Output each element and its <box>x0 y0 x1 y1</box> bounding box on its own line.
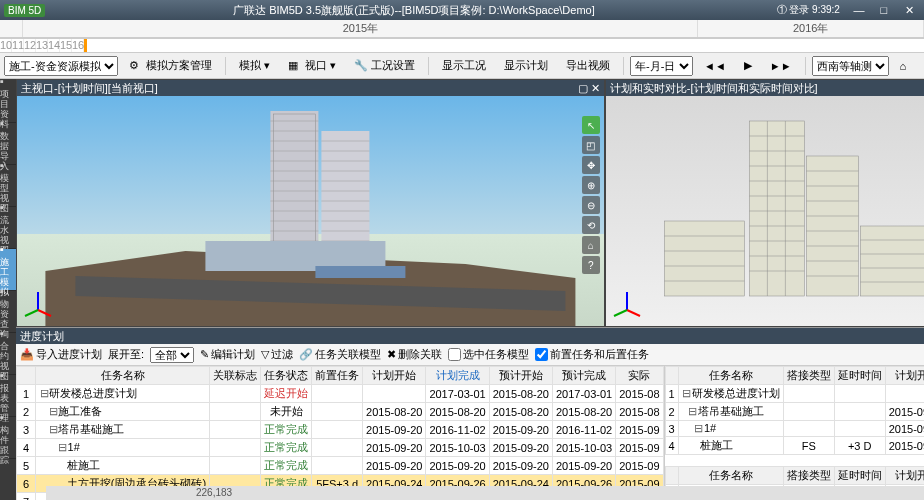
window-buttons: — □ ✕ <box>848 4 920 17</box>
assoc-model-button[interactable]: 🔗任务关联模型 <box>299 347 381 362</box>
table-row[interactable]: 4 ⊟1#正常完成2015-09-202015-10-032015-09-202… <box>17 439 664 457</box>
gear-icon: ⚙ <box>129 59 143 73</box>
axis-gizmo-icon <box>23 290 53 320</box>
pre-post-task-checkbox[interactable]: 前置任务和后置任务 <box>535 347 649 362</box>
table-row[interactable]: 1⊟研发楼总进度计划2017-03-01 <box>665 385 924 403</box>
viewport-button[interactable]: ▦视口▾ <box>281 55 343 76</box>
building-render-main <box>17 96 604 326</box>
table-row[interactable]: 3 ⊟塔吊基础施工正常完成2015-09-202016-11-022015-09… <box>17 421 664 439</box>
main-schedule-grid[interactable]: 任务名称关联标志任务状态前置任务计划开始计划完成预计开始预计完成实际1⊟研发楼总… <box>16 366 664 500</box>
svg-rect-49 <box>806 156 858 296</box>
play-button[interactable]: ▶ <box>737 56 759 75</box>
sidebar-icon: ▪ <box>0 75 16 87</box>
sidebar-icon: ▪ <box>0 159 16 171</box>
timeline-day: 12 <box>24 39 36 52</box>
import-schedule-button[interactable]: 📥导入进度计划 <box>20 347 102 362</box>
timeline-day: 11 <box>12 39 24 52</box>
sim-button[interactable]: 模拟▾ <box>232 55 277 76</box>
export-video-button[interactable]: 导出视频 <box>559 55 617 76</box>
wrench-icon: 🔧 <box>354 59 368 73</box>
view-angle-select[interactable]: 西南等轴测 <box>812 56 889 76</box>
expand-label: 展开至: <box>108 347 144 362</box>
sidebar-label: 构件跟踪 <box>0 425 16 465</box>
close-button[interactable]: ✕ <box>898 4 920 17</box>
sidebar-icon: ▪ <box>0 117 16 129</box>
import-icon: 📥 <box>20 348 34 361</box>
sidebar-icon: ▪ <box>0 411 16 423</box>
prev-button[interactable]: ◄◄ <box>697 57 733 75</box>
timeline-day: 16 <box>72 39 84 52</box>
timeline-day: 13 <box>36 39 48 52</box>
schedule-toolbar: 📥导入进度计划 展开至: 全部 ✎编辑计划 ▽过滤 🔗任务关联模型 ✖删除关联 … <box>16 344 924 366</box>
viewport-tool-button[interactable]: ◰ <box>582 136 600 154</box>
timeline-year: 2015年 <box>23 20 698 37</box>
main-viewport[interactable]: 主视口-[计划时间][当前视口]▢ ✕ ↖◰✥⊕⊖⟲⌂? <box>17 80 604 326</box>
sim-settings-button[interactable]: 🔧工况设置 <box>347 55 422 76</box>
viewport-tool-button[interactable]: ⊖ <box>582 196 600 214</box>
svg-rect-58 <box>664 221 744 296</box>
timeline-day: 14 <box>48 39 60 52</box>
svg-line-70 <box>614 310 627 316</box>
svg-rect-36 <box>749 121 804 296</box>
maximize-button[interactable]: □ <box>873 4 895 16</box>
schedule-pane: 进度计划▢ ✕ 📥导入进度计划 展开至: 全部 ✎编辑计划 ▽过滤 🔗任务关联模… <box>16 327 924 500</box>
show-condition-button[interactable]: 显示工况 <box>435 55 493 76</box>
svg-line-35 <box>25 310 38 316</box>
svg-rect-63 <box>860 226 924 296</box>
show-plan-button[interactable]: 显示计划 <box>497 55 555 76</box>
viewport-tool-button[interactable]: ↖ <box>582 116 600 134</box>
edit-icon: ✎ <box>200 348 209 361</box>
axis-gizmo-icon <box>612 290 642 320</box>
link-icon: 🔗 <box>299 348 313 361</box>
viewport-tool-button[interactable]: ⊕ <box>582 176 600 194</box>
timeline-months <box>0 38 924 39</box>
next-button[interactable]: ►► <box>763 57 799 75</box>
home-view-button[interactable]: ⌂ <box>893 57 914 75</box>
filter-icon: ▽ <box>261 348 269 361</box>
filter-button[interactable]: ▽过滤 <box>261 347 293 362</box>
viewport-tool-button[interactable]: ⌂ <box>582 236 600 254</box>
table-row[interactable]: 5 桩施工正常完成2015-09-202015-09-202015-09-202… <box>17 457 664 475</box>
pane-title: 进度计划▢ ✕ <box>16 328 924 344</box>
sidebar-icon: ▪ <box>0 201 16 213</box>
compare-viewport[interactable]: 计划和实时对比-[计划时间和实际时间对比]▢ ✕ ↖◰✥⊕⊖⟲⌂? <box>606 80 924 326</box>
sidebar-icon: ▪ <box>0 243 16 255</box>
svg-line-34 <box>38 310 51 316</box>
sidebar-icon: ▪ <box>0 369 16 381</box>
delete-assoc-button[interactable]: ✖删除关联 <box>387 347 442 362</box>
table-row[interactable]: 4 桩施工FS+3 D2015-09-202015-09-20 <box>665 437 924 455</box>
sidebar: ▪项目资料▪数据导入▪模型视图▪流水视图▪施工模拟▪物资查询▪合约视图▪报表管理… <box>0 79 16 500</box>
selected-task-checkbox[interactable]: 选中任务模型 <box>448 347 529 362</box>
svg-rect-32 <box>315 266 405 278</box>
window-title: 广联达 BIM5D 3.5旗舰版(正式版)--[BIM5D项目案例: D:\Wo… <box>51 3 776 18</box>
user-info[interactable]: ① 登录 9:39:2 <box>777 3 840 17</box>
timeline-days[interactable]: 10111213141516 <box>0 39 924 53</box>
viewport-title: 主视口-[计划时间][当前视口]▢ ✕ <box>17 80 604 96</box>
table-row[interactable]: 2 ⊟施工准备未开始2015-08-202015-08-202015-08-20… <box>17 403 664 421</box>
predecessor-grid[interactable]: 任务名称搭接类型延时时间计划开始计划完成1⊟研发楼总进度计划2017-03-01… <box>665 366 924 466</box>
viewport-icon: ▦ <box>288 59 302 73</box>
edit-plan-button[interactable]: ✎编辑计划 <box>200 347 255 362</box>
sidebar-icon: ▪ <box>0 285 16 297</box>
table-row[interactable]: 3 ⊟1#2015-09-202015-10-03 <box>665 421 924 437</box>
app-logo: BIM 5D <box>4 4 45 17</box>
viewport-tool-button[interactable]: ✥ <box>582 156 600 174</box>
sidebar-item[interactable]: ▪构件跟踪 <box>0 417 16 459</box>
table-row[interactable]: 2 ⊟塔吊基础施工2015-09-202016-11-02 <box>665 403 924 421</box>
viewport-title: 计划和实时对比-[计划时间和实际时间对比]▢ ✕ <box>606 80 924 96</box>
minimize-button[interactable]: — <box>848 4 870 16</box>
model-select[interactable]: 施工-资金资源模拟 <box>4 56 118 76</box>
svg-line-69 <box>627 310 640 316</box>
viewport-tool-button[interactable]: ? <box>582 256 600 274</box>
expand-select[interactable]: 全部 <box>150 347 194 363</box>
viewport-tool-button[interactable]: ⟲ <box>582 216 600 234</box>
delete-icon: ✖ <box>387 348 396 361</box>
viewport-controls[interactable]: ▢ ✕ <box>578 80 600 96</box>
sidebar-icon: ▪ <box>0 327 16 339</box>
timeline-years[interactable]: 2015年 2016年 <box>0 20 924 38</box>
date-format-select[interactable]: 年-月-日 <box>630 56 693 76</box>
manage-scheme-button[interactable]: ⚙模拟方案管理 <box>122 55 219 76</box>
viewport-toolbar: ↖◰✥⊕⊖⟲⌂? <box>582 116 602 274</box>
table-row[interactable]: 1⊟研发楼总进度计划延迟开始2017-03-012015-08-202017-0… <box>17 385 664 403</box>
timeline-year <box>0 20 23 37</box>
